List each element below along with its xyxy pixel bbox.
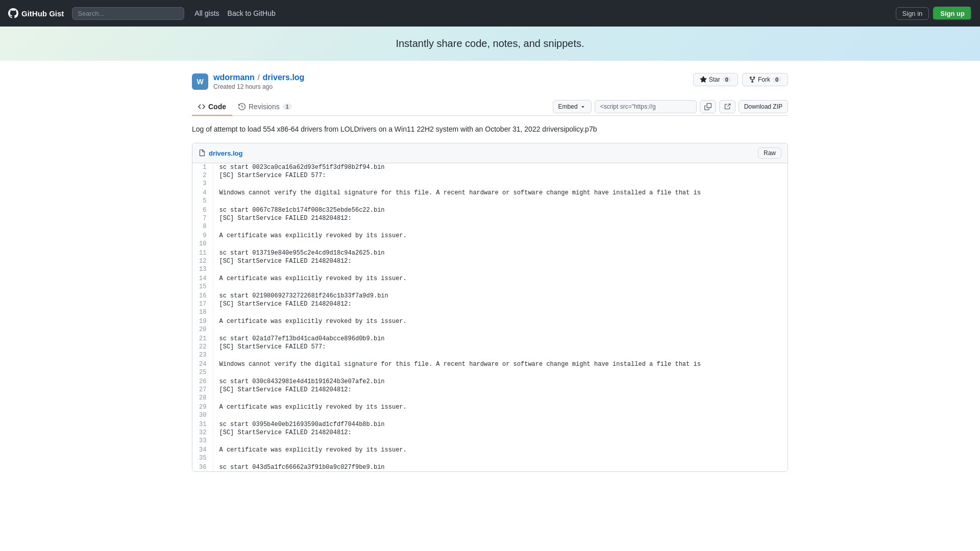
fork-label: Fork bbox=[758, 76, 770, 83]
line-code: [SC] StartService FAILED 577: bbox=[213, 171, 788, 180]
gist-title: wdormann / drivers.log bbox=[213, 73, 304, 82]
line-number: 13 bbox=[192, 265, 213, 274]
table-row: 1sc start 0023ca0ca16a62d93ef51f3df98b2f… bbox=[192, 163, 788, 171]
table-row: 16sc start 021980692732722681f246c1b33f7… bbox=[192, 292, 788, 300]
line-code bbox=[213, 351, 788, 360]
embed-input[interactable] bbox=[595, 100, 697, 113]
revisions-count-badge: 1 bbox=[283, 104, 292, 110]
gist-actions: Star 0 Fork 0 bbox=[693, 73, 788, 86]
table-row: 6sc start 0067c788e1cb174f008c325ebde56c… bbox=[192, 206, 788, 214]
line-code: A certificate was explicitly revoked by … bbox=[213, 232, 788, 240]
logo-text: GitHub Gist bbox=[21, 9, 64, 18]
copy-button[interactable] bbox=[700, 100, 716, 113]
line-number: 18 bbox=[192, 308, 213, 317]
table-row: 18 bbox=[192, 308, 788, 317]
line-number: 2 bbox=[192, 171, 213, 180]
line-code bbox=[213, 394, 788, 403]
expand-button[interactable] bbox=[719, 100, 736, 113]
line-number: 6 bbox=[192, 206, 213, 214]
table-row: 27[SC] StartService FAILED 2148204812: bbox=[192, 386, 788, 394]
sign-in-button[interactable]: Sign in bbox=[896, 7, 929, 20]
site-logo[interactable]: GitHub Gist bbox=[8, 8, 64, 18]
line-code bbox=[213, 197, 788, 206]
top-nav: GitHub Gist All gists Back to GitHub Sig… bbox=[0, 0, 980, 27]
chevron-down-icon bbox=[580, 104, 586, 110]
all-gists-link[interactable]: All gists bbox=[194, 9, 219, 17]
line-code: sc start 021980692732722681f246c1b33f7a9… bbox=[213, 292, 788, 300]
file-name: drivers.log bbox=[199, 149, 242, 157]
line-code: [SC] StartService FAILED 2148204812: bbox=[213, 257, 788, 265]
line-number: 8 bbox=[192, 222, 213, 232]
search-input[interactable] bbox=[72, 7, 184, 20]
code-table: 1sc start 0023ca0ca16a62d93ef51f3df98b2f… bbox=[192, 163, 788, 471]
table-row: 9A certificate was explicitly revoked by… bbox=[192, 232, 788, 240]
table-row: 33 bbox=[192, 437, 788, 446]
table-row: 34A certificate was explicitly revoked b… bbox=[192, 446, 788, 454]
line-code bbox=[213, 368, 788, 378]
line-number: 32 bbox=[192, 429, 213, 437]
line-number: 20 bbox=[192, 325, 213, 335]
line-number: 19 bbox=[192, 317, 213, 325]
tabs-bar: Code Revisions 1 Embed Download ZIP bbox=[192, 98, 788, 116]
table-row: 17[SC] StartService FAILED 2148204812: bbox=[192, 300, 788, 308]
code-tab-label: Code bbox=[208, 103, 226, 111]
table-row: 28 bbox=[192, 394, 788, 403]
line-code: sc start 0067c788e1cb174f008c325ebde56c2… bbox=[213, 206, 788, 214]
back-to-github-link[interactable]: Back to GitHub bbox=[228, 9, 276, 17]
line-code bbox=[213, 222, 788, 232]
raw-button[interactable]: Raw bbox=[758, 147, 781, 159]
line-code bbox=[213, 265, 788, 274]
line-code: sc start 030c8432981e4d41b191624b3e07afe… bbox=[213, 378, 788, 386]
line-code: sc start 013719e840e955c2e4cd9d18c94a262… bbox=[213, 249, 788, 257]
line-number: 16 bbox=[192, 292, 213, 300]
star-button[interactable]: Star 0 bbox=[693, 73, 738, 86]
line-number: 3 bbox=[192, 180, 213, 189]
table-row: 7[SC] StartService FAILED 2148204812: bbox=[192, 214, 788, 222]
author-link[interactable]: wdormann bbox=[213, 73, 255, 82]
line-number: 33 bbox=[192, 437, 213, 446]
fork-button[interactable]: Fork 0 bbox=[742, 73, 788, 86]
filename-link[interactable]: drivers.log bbox=[263, 73, 305, 82]
table-row: 23 bbox=[192, 351, 788, 360]
slash-separator: / bbox=[256, 73, 262, 82]
line-number: 24 bbox=[192, 360, 213, 368]
table-row: 21sc start 02a1d77ef13bd41cad04abcce896d… bbox=[192, 335, 788, 343]
code-icon bbox=[198, 103, 205, 110]
fork-count: 0 bbox=[772, 77, 781, 83]
line-code bbox=[213, 283, 788, 292]
line-code bbox=[213, 240, 788, 249]
sign-up-button[interactable]: Sign up bbox=[933, 7, 972, 20]
table-row: 25 bbox=[192, 368, 788, 378]
line-code bbox=[213, 180, 788, 189]
line-code bbox=[213, 437, 788, 446]
gist-header: W wdormann / drivers.log Created 12 hour… bbox=[192, 73, 788, 90]
line-code: sc start 043d5a1fc66662a3f91b0a9c027f9be… bbox=[213, 463, 788, 471]
line-code bbox=[213, 308, 788, 317]
embed-button[interactable]: Embed bbox=[553, 100, 592, 113]
file-name-text: drivers.log bbox=[209, 149, 242, 157]
top-nav-actions: Sign in Sign up bbox=[896, 7, 972, 20]
table-row: 32[SC] StartService FAILED 2148204812: bbox=[192, 429, 788, 437]
gist-created: Created 12 hours ago bbox=[213, 83, 304, 90]
table-row: 12[SC] StartService FAILED 2148204812: bbox=[192, 257, 788, 265]
table-row: 30 bbox=[192, 411, 788, 420]
line-code: Windows cannot verify the digital signat… bbox=[213, 360, 788, 368]
line-code bbox=[213, 325, 788, 335]
revisions-tab-label: Revisions bbox=[249, 103, 280, 111]
hero-banner: Instantly share code, notes, and snippet… bbox=[0, 27, 980, 61]
main-container: W wdormann / drivers.log Created 12 hour… bbox=[184, 61, 796, 484]
tab-code[interactable]: Code bbox=[192, 98, 232, 116]
tab-revisions[interactable]: Revisions 1 bbox=[232, 98, 298, 116]
line-code: [SC] StartService FAILED 577: bbox=[213, 343, 788, 351]
line-number: 25 bbox=[192, 368, 213, 378]
download-zip-button[interactable]: Download ZIP bbox=[739, 100, 788, 113]
toolbar-right: Embed Download ZIP bbox=[553, 100, 788, 113]
line-number: 12 bbox=[192, 257, 213, 265]
line-number: 11 bbox=[192, 249, 213, 257]
copy-icon bbox=[704, 103, 712, 110]
top-nav-links: All gists Back to GitHub bbox=[194, 9, 275, 17]
line-code: sc start 0023ca0ca16a62d93ef51f3df98b2f9… bbox=[213, 163, 788, 171]
table-row: 31sc start 0395b4e0eb21693590ad1cfdf7044… bbox=[192, 420, 788, 429]
line-code: sc start 0395b4e0eb21693590ad1cfdf7044b8… bbox=[213, 420, 788, 429]
gist-description: Log of attempt to load 554 x86-64 driver… bbox=[192, 124, 788, 135]
